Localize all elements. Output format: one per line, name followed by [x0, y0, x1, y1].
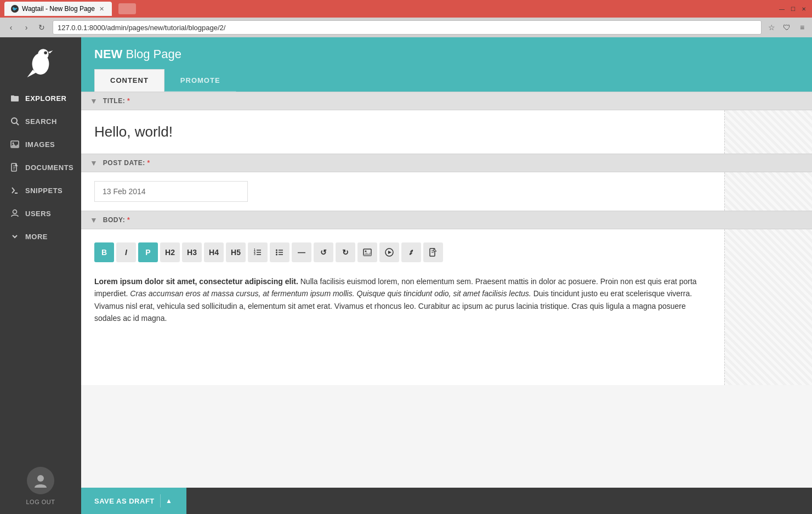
post-date-field-header: ▼ POST DATE: *	[81, 154, 812, 172]
menu-icon[interactable]: ≡	[797, 22, 808, 33]
nav-buttons: ‹ › ↻	[4, 21, 48, 34]
body-required-marker: *	[127, 216, 130, 224]
main-content: NEW Blog Page CONTENT PROMOTE ▼	[81, 37, 812, 514]
sidebar-item-label: SNIPPETS	[25, 187, 63, 195]
media-button[interactable]	[379, 242, 399, 262]
italic-button[interactable]: I	[116, 242, 136, 262]
bold-button[interactable]: B	[94, 242, 114, 262]
address-input[interactable]: 127.0.0.1:8000/admin/pages/new/tutorial/…	[53, 20, 762, 35]
browser-tab[interactable]: 🐦 Wagtail - New Blog Page ✕	[4, 2, 112, 16]
sidebar-item-label: EXPLORER	[25, 94, 67, 103]
refresh-button[interactable]: ↻	[35, 21, 48, 34]
tab-title: Wagtail - New Blog Page	[22, 5, 95, 13]
sidebar-item-users[interactable]: USERS	[0, 202, 81, 225]
save-expand-icon[interactable]: ▲	[160, 494, 173, 507]
sidebar-item-label: IMAGES	[25, 140, 55, 149]
image-icon	[10, 139, 20, 149]
svg-point-29	[276, 250, 277, 251]
date-input[interactable]: 13 Feb 2014	[94, 181, 248, 202]
svg-point-18	[13, 210, 17, 214]
browser-icons: ☆ 🛡 ≡	[766, 22, 808, 33]
chevron-down-icon	[10, 231, 20, 241]
folder-icon	[10, 93, 20, 103]
new-tab-button[interactable]	[118, 3, 136, 14]
tabs: CONTENT PROMOTE	[94, 69, 799, 92]
image-button[interactable]	[357, 242, 377, 262]
paragraph-button[interactable]: P	[138, 242, 158, 262]
svg-point-33	[365, 251, 367, 252]
tab-close-button[interactable]: ✕	[98, 5, 105, 13]
sidebar-nav: EXPLORER SEARCH	[0, 87, 81, 458]
document-button[interactable]	[423, 242, 443, 262]
editor-content-area[interactable]: Lorem ipsum dolor sit amet, consectetur …	[94, 267, 711, 376]
sidebar-item-images[interactable]: IMAGES	[0, 133, 81, 156]
maximize-button[interactable]: ☐	[789, 5, 797, 13]
post-date-section-layout: 13 Feb 2014	[81, 172, 812, 211]
title-field-section: ▼ TITLE: *	[81, 92, 812, 154]
snippet-icon	[10, 185, 20, 195]
page-title: NEW Blog Page	[94, 47, 799, 61]
svg-line-8	[16, 123, 19, 125]
post-date-field-section: ▼ POST DATE: * 13 Feb 2014	[81, 154, 812, 211]
address-bar: ‹ › ↻ 127.0.0.1:8000/admin/pages/new/tut…	[0, 18, 812, 37]
unordered-list-button[interactable]	[270, 242, 289, 262]
sidebar-item-more[interactable]: MORE	[0, 225, 81, 248]
search-icon	[10, 116, 20, 126]
tab-content-label: CONTENT	[110, 76, 149, 84]
link-button[interactable]	[401, 242, 421, 262]
sidebar-item-explorer[interactable]: EXPLORER	[0, 87, 81, 110]
svg-marker-11	[11, 144, 19, 148]
post-date-collapse-icon[interactable]: ▼	[90, 159, 98, 167]
tab-favicon: 🐦	[11, 5, 19, 13]
shield-icon[interactable]: 🛡	[781, 22, 792, 33]
tab-promote[interactable]: PROMOTE	[164, 69, 236, 92]
svg-marker-3	[48, 50, 53, 54]
save-label: SAVE AS DRAFT	[94, 497, 155, 505]
forward-button[interactable]: ›	[20, 21, 33, 34]
logout-button[interactable]: LOG OUT	[26, 499, 55, 505]
body-field-header: ▼ BODY: *	[81, 211, 812, 229]
h2-button[interactable]: H2	[160, 242, 180, 262]
h5-button[interactable]: H5	[226, 242, 246, 262]
h3-button[interactable]: H3	[182, 242, 202, 262]
back-button[interactable]: ‹	[4, 21, 18, 34]
svg-rect-6	[11, 95, 14, 97]
post-date-field-side	[724, 172, 812, 211]
ordered-list-button[interactable]: 1 2 3	[248, 242, 268, 262]
svg-marker-34	[364, 252, 371, 256]
sidebar-item-label: MORE	[25, 233, 48, 241]
title-collapse-icon[interactable]: ▼	[90, 97, 98, 105]
post-date-required-marker: *	[147, 159, 150, 167]
svg-point-10	[13, 143, 14, 144]
close-button[interactable]: ✕	[800, 5, 808, 13]
body-collapse-icon[interactable]: ▼	[90, 216, 98, 224]
post-date-field-label: POST DATE: *	[103, 159, 150, 167]
user-icon	[10, 208, 20, 218]
minimize-button[interactable]: —	[778, 5, 786, 13]
page-name: Blog Page	[126, 47, 181, 61]
sidebar-item-snippets[interactable]: SNIPPETS	[0, 179, 81, 202]
undo-button[interactable]: ↺	[314, 242, 333, 262]
body-field-side	[724, 229, 812, 385]
sidebar-item-search[interactable]: SEARCH	[0, 110, 81, 133]
svg-point-19	[37, 475, 44, 482]
title-field-side	[724, 110, 812, 154]
tab-content[interactable]: CONTENT	[94, 69, 164, 92]
hr-button[interactable]: —	[292, 242, 311, 262]
document-icon	[10, 162, 20, 172]
title-input[interactable]	[94, 119, 711, 145]
editor-toolbar: B I P H2 H3 H4 H5	[94, 238, 711, 267]
title-required-marker: *	[127, 97, 130, 105]
page-prefix: NEW	[94, 47, 122, 61]
redo-button[interactable]: ↻	[336, 242, 355, 262]
sidebar-item-documents[interactable]: DOCUMENTS	[0, 156, 81, 179]
avatar[interactable]	[27, 467, 54, 494]
body-editor[interactable]: B I P H2 H3 H4 H5	[81, 229, 724, 385]
h4-button[interactable]: H4	[204, 242, 224, 262]
bookmark-icon[interactable]: ☆	[766, 22, 777, 33]
svg-point-1	[38, 49, 49, 60]
save-as-draft-button[interactable]: SAVE AS DRAFT ▲	[81, 488, 186, 514]
body-field-layout: B I P H2 H3 H4 H5	[81, 229, 812, 385]
sidebar-logo	[0, 37, 81, 87]
window-controls: — ☐ ✕	[778, 5, 808, 13]
